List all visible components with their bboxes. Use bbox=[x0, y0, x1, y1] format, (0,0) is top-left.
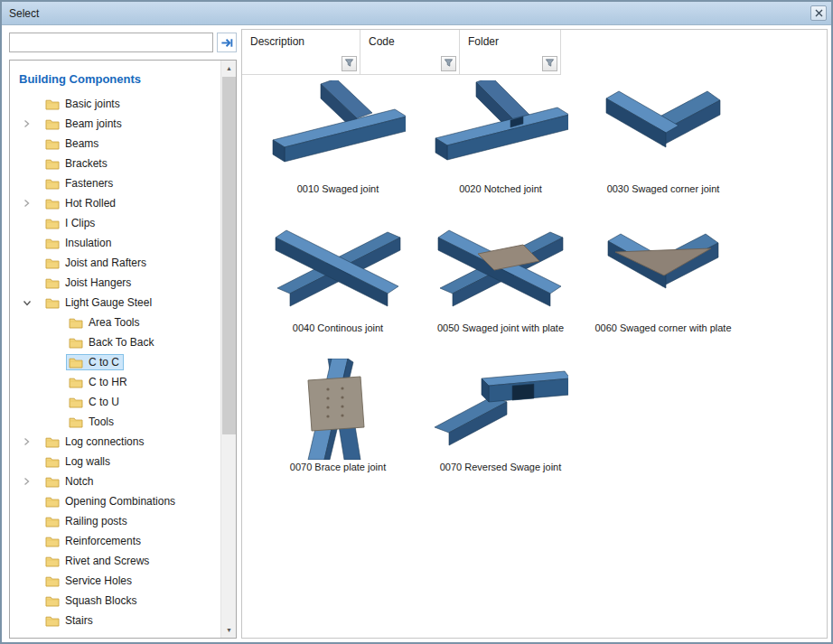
title-bar[interactable]: Select bbox=[2, 2, 831, 25]
tree-item-back-to-back[interactable]: Back To Back bbox=[10, 332, 220, 352]
tree-item-label-box[interactable]: Reinforcements bbox=[42, 533, 145, 549]
scroll-up-icon[interactable]: ▲ bbox=[221, 61, 237, 76]
tree-item-stairs[interactable]: Stairs bbox=[10, 611, 220, 630]
component-item-0040-continous-joint[interactable]: 0040 Continous joint bbox=[257, 219, 419, 359]
search-go-button[interactable] bbox=[217, 33, 237, 52]
tree-item-joist-and-rafters[interactable]: Joist and Rafters bbox=[10, 253, 220, 273]
tree-item-beams[interactable]: Beams bbox=[10, 134, 220, 154]
tree-item-label-box[interactable]: Beam joints bbox=[42, 116, 126, 132]
tree-item-light-gauge-steel[interactable]: Light Gauge Steel bbox=[10, 293, 220, 313]
tree-item-i-clips[interactable]: I Clips bbox=[10, 213, 220, 233]
tree-item-label-box[interactable]: Fasteners bbox=[42, 175, 117, 191]
component-item-0020-notched-joint[interactable]: 0020 Notched joint bbox=[419, 80, 582, 219]
tree-item-log-connections[interactable]: Log connections bbox=[10, 432, 220, 452]
component-item-0070-brace-plate-joint[interactable]: 0070 Brace plate joint bbox=[257, 359, 419, 498]
tree-item-notch[interactable]: Notch bbox=[10, 471, 220, 491]
tree-item-label-box[interactable]: Area Tools bbox=[66, 314, 144, 331]
tree-item-label-box[interactable]: Hot Rolled bbox=[42, 195, 120, 211]
tree-item-label-box[interactable]: Brackets bbox=[42, 155, 112, 172]
tree-item-label-box[interactable]: Stairs bbox=[42, 612, 98, 629]
continuous-joint-thumbnail bbox=[270, 219, 406, 321]
tree-item-label: Insulation bbox=[65, 237, 111, 249]
tree-item-label-box[interactable]: C to C bbox=[66, 354, 124, 370]
chevron-right-icon[interactable] bbox=[23, 119, 42, 128]
corner-plate-thumbnail bbox=[595, 219, 731, 321]
tree-item-c-to-u[interactable]: C to U bbox=[10, 392, 220, 412]
tree-item-label-box[interactable]: Log walls bbox=[42, 453, 115, 470]
component-item-0030-swaged-corner-joint[interactable]: 0030 Swaged corner joint bbox=[582, 80, 744, 219]
tree-item-insulation[interactable]: Insulation bbox=[10, 233, 220, 253]
search-input[interactable] bbox=[9, 33, 213, 52]
tree-item-label-box[interactable]: Back To Back bbox=[66, 334, 158, 350]
tree-item-label-box[interactable]: C to U bbox=[66, 394, 124, 410]
component-gallery: 0010 Swaged joint0020 Notched joint0030 … bbox=[242, 80, 827, 498]
tree-item-label-box[interactable]: Basic joints bbox=[42, 96, 125, 112]
tree-scrollbar[interactable]: ▲ ▼ bbox=[220, 61, 236, 638]
component-item-0010-swaged-joint[interactable]: 0010 Swaged joint bbox=[257, 80, 419, 219]
tree-item-service-holes[interactable]: Service Holes bbox=[10, 571, 220, 591]
tree-item-reinforcements[interactable]: Reinforcements bbox=[10, 531, 220, 551]
folder-icon bbox=[45, 118, 60, 130]
folder-icon bbox=[45, 516, 60, 527]
close-button[interactable] bbox=[810, 5, 827, 21]
folder-icon bbox=[45, 436, 60, 448]
filter-button[interactable] bbox=[542, 56, 557, 71]
tree-item-area-tools[interactable]: Area Tools bbox=[10, 313, 220, 332]
close-icon bbox=[815, 9, 823, 17]
tree-item-c-to-hr[interactable]: C to HR bbox=[10, 372, 220, 392]
chevron-right-icon[interactable] bbox=[23, 199, 42, 208]
tree-item-brackets[interactable]: Brackets bbox=[10, 154, 220, 173]
component-caption: 0010 Swaged joint bbox=[297, 183, 379, 194]
tree-item-label-box[interactable]: Squash Blocks bbox=[42, 593, 141, 609]
filter-button[interactable] bbox=[342, 56, 357, 71]
folder-icon bbox=[69, 416, 83, 428]
chevron-right-icon[interactable] bbox=[23, 477, 42, 486]
component-item-0060-swaged-corner-with-plate[interactable]: 0060 Swaged corner with plate bbox=[582, 219, 744, 359]
folder-icon bbox=[69, 317, 83, 329]
tree-item-log-walls[interactable]: Log walls bbox=[10, 452, 220, 471]
folder-icon bbox=[45, 476, 60, 488]
tree-item-label-box[interactable]: Joist Hangers bbox=[42, 275, 136, 291]
folder-icon bbox=[45, 575, 60, 587]
tree-item-rivet-and-screws[interactable]: Rivet and Screws bbox=[10, 551, 220, 571]
component-item-0050-swaged-joint-with-plate[interactable]: 0050 Swaged joint with plate bbox=[419, 219, 582, 359]
folder-icon bbox=[45, 595, 60, 607]
tree-item-label-box[interactable]: Beams bbox=[42, 135, 103, 152]
column-header-description[interactable]: Description bbox=[242, 30, 360, 75]
tree-item-label-box[interactable]: Light Gauge Steel bbox=[42, 294, 156, 311]
notched-joint-thumbnail bbox=[433, 80, 568, 182]
chevron-right-icon[interactable] bbox=[23, 437, 42, 446]
tree-item-label-box[interactable]: Rivet and Screws bbox=[42, 553, 154, 569]
tree-item-label-box[interactable]: Tools bbox=[66, 414, 118, 430]
tree-item-fasteners[interactable]: Fasteners bbox=[10, 173, 220, 193]
tree-item-label: Railing posts bbox=[65, 515, 127, 527]
tree-item-label-box[interactable]: I Clips bbox=[42, 215, 99, 231]
tree-item-label-box[interactable]: Notch bbox=[42, 473, 98, 490]
tree-item-label-box[interactable]: Log connections bbox=[42, 434, 148, 450]
column-header-code[interactable]: Code bbox=[360, 30, 460, 75]
tree-item-label: Beams bbox=[65, 137, 98, 150]
chevron-down-icon[interactable] bbox=[23, 299, 42, 307]
component-item-0070-reversed-swage-joint[interactable]: 0070 Reversed Swage joint bbox=[419, 359, 582, 498]
tree-item-c-to-c[interactable]: C to C bbox=[10, 352, 220, 372]
tree-item-squash-blocks[interactable]: Squash Blocks bbox=[10, 591, 220, 611]
scrollbar-thumb[interactable] bbox=[222, 77, 236, 434]
tree-item-hot-rolled[interactable]: Hot Rolled bbox=[10, 193, 220, 213]
tree-item-joist-hangers[interactable]: Joist Hangers bbox=[10, 273, 220, 293]
tree-item-label-box[interactable]: Railing posts bbox=[42, 513, 132, 529]
tree-item-tools[interactable]: Tools bbox=[10, 412, 220, 432]
folder-icon bbox=[45, 257, 60, 269]
tree-item-label-box[interactable]: C to HR bbox=[66, 374, 132, 390]
tree-item-railing-posts[interactable]: Railing posts bbox=[10, 511, 220, 531]
tree-item-label-box[interactable]: Service Holes bbox=[42, 573, 136, 589]
tree-item-beam-joints[interactable]: Beam joints bbox=[10, 114, 220, 134]
tree-item-label-box[interactable]: Opening Combinations bbox=[42, 493, 180, 509]
swaged-plate-thumbnail bbox=[433, 219, 568, 321]
filter-button[interactable] bbox=[441, 56, 456, 71]
tree-item-opening-combinations[interactable]: Opening Combinations bbox=[10, 491, 220, 511]
tree-item-basic-joints[interactable]: Basic joints bbox=[10, 94, 220, 114]
scroll-down-icon[interactable]: ▼ bbox=[221, 622, 237, 638]
tree-item-label-box[interactable]: Insulation bbox=[42, 235, 116, 251]
tree-item-label-box[interactable]: Joist and Rafters bbox=[42, 255, 151, 271]
column-header-folder[interactable]: Folder bbox=[460, 30, 561, 75]
